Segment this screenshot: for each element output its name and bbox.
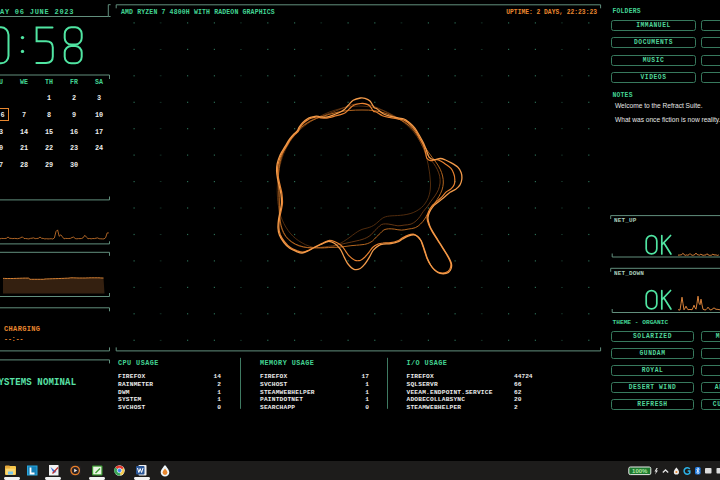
svg-text:100%: 100% xyxy=(632,468,648,474)
